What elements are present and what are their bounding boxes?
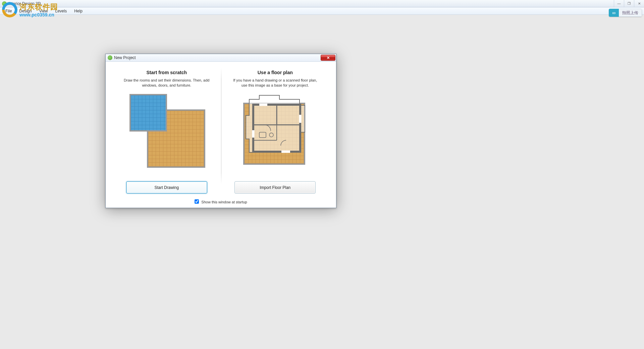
watermark-text: 河东软件园 [19, 2, 58, 12]
pane-start-from-scratch: Start from scratch Draw the rooms and se… [112, 68, 221, 196]
watermark-logo-icon [1, 1, 18, 18]
maximize-button[interactable]: ❐ [624, 0, 634, 7]
new-project-dialog: New Project ✕ Start from scratch Draw th… [105, 54, 336, 208]
upload-badge[interactable]: ∞ 拍照上传 [609, 9, 642, 17]
start-drawing-button[interactable]: Start Drawing [126, 181, 207, 194]
menu-help[interactable]: Help [72, 8, 85, 14]
dialog-body: Start from scratch Draw the rooms and se… [106, 62, 336, 198]
watermark-url: www.pc0359.cn [19, 12, 58, 17]
dialog-titlebar: New Project ✕ [106, 54, 336, 62]
desc-left: Draw the rooms and set their dimensions.… [123, 78, 210, 88]
illustration-floor-plan [236, 93, 314, 170]
desc-right: If you have a hand drawing or a scanned … [231, 78, 319, 88]
dialog-footer: Show this window at startup [106, 198, 336, 208]
close-window-button[interactable]: ✕ [634, 0, 644, 7]
show-at-startup-checkbox[interactable] [195, 199, 199, 204]
dialog-icon [108, 55, 112, 60]
dialog-title: New Project [114, 55, 136, 60]
heading-right: Use a floor plan [258, 70, 293, 75]
minimize-button[interactable]: — [614, 0, 624, 7]
pane-use-floor-plan: Use a floor plan If you have a hand draw… [221, 68, 330, 196]
illus-blue-square-icon [129, 94, 167, 132]
dialog-divider [221, 68, 221, 184]
show-at-startup-text: Show this window at startup [201, 200, 247, 204]
app-titlebar: Interior Design 3D — ❐ ✕ [0, 0, 644, 7]
illustration-scratch [128, 93, 205, 170]
heading-left: Start from scratch [146, 70, 187, 75]
dialog-close-button[interactable]: ✕ [321, 55, 335, 61]
upload-icon: ∞ [609, 9, 619, 17]
show-at-startup-label[interactable]: Show this window at startup [195, 199, 247, 204]
upload-label: 拍照上传 [619, 9, 642, 17]
watermark: 河东软件园 www.pc0359.cn [1, 1, 58, 18]
illus-floor-plan-icon [239, 93, 311, 163]
menubar: File Design View Levels Help [0, 7, 644, 15]
import-floor-plan-button[interactable]: Import Floor Plan [234, 181, 316, 194]
window-controls: — ❐ ✕ [614, 0, 644, 7]
